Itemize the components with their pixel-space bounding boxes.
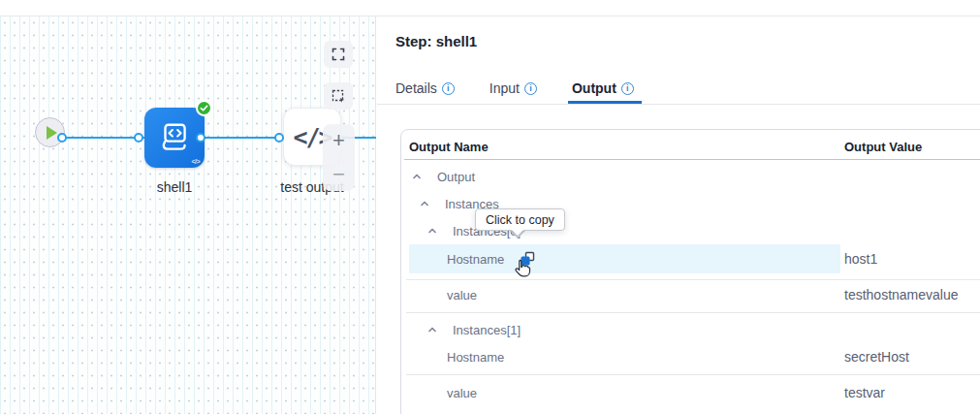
tooltip-text: Click to copy	[486, 213, 554, 227]
port-trigger-out[interactable]	[57, 133, 67, 143]
success-check-icon	[196, 100, 212, 116]
tab-bar: Details i Input i Output i	[392, 76, 642, 104]
port-shell1-in[interactable]	[134, 133, 143, 143]
info-icon[interactable]: i	[442, 82, 455, 95]
table-row-value-0[interactable]: value testhostnamevalue	[401, 281, 980, 308]
code-mini-icon: </>	[191, 158, 200, 165]
table-row-hostname-0[interactable]: Hostname host1	[401, 245, 980, 272]
top-strip	[0, 0, 980, 16]
fullscreen-icon	[332, 48, 345, 61]
cursor-icon	[512, 258, 533, 283]
page-title: Step: shell1	[395, 33, 477, 49]
info-icon[interactable]: i	[524, 82, 537, 95]
tab-details[interactable]: Details i	[392, 80, 462, 104]
output-table: Output Name Output Value Output Instance…	[400, 129, 980, 414]
tab-bar-divider	[377, 104, 980, 105]
chevron-up-icon[interactable]	[420, 199, 429, 208]
column-header-output-name: Output Name	[409, 140, 489, 154]
step-detail-panel: Step: shell1 Details i Input i Output i …	[377, 16, 980, 414]
chevron-up-icon[interactable]	[427, 226, 437, 236]
tab-output[interactable]: Output i	[568, 80, 642, 104]
zoom-in-button[interactable]: +	[323, 128, 355, 153]
fullscreen-button[interactable]	[324, 41, 353, 68]
output-value: testhostnamevalue	[844, 287, 959, 303]
row-divider	[406, 279, 980, 280]
output-value: secretHost	[844, 349, 909, 365]
zoom-controls: + −	[323, 124, 355, 191]
marquee-select-button[interactable]	[324, 82, 353, 110]
row-divider	[406, 312, 980, 313]
port-shell1-out[interactable]	[196, 133, 205, 143]
header-divider	[404, 159, 980, 160]
chevron-up-icon[interactable]	[427, 325, 437, 334]
tree-row-instances-1[interactable]: Instances[1]	[401, 316, 980, 343]
table-row-value-1[interactable]: value testvar	[401, 379, 980, 406]
marquee-icon	[332, 89, 345, 103]
port-test-output-in[interactable]	[274, 133, 284, 143]
workflow-canvas[interactable]: </> shell1 </> test output + −	[0, 16, 376, 414]
table-row-hostname-1[interactable]: Hostname secretHost	[401, 343, 980, 370]
output-value: testvar	[844, 385, 885, 400]
tree-row-output[interactable]: Output	[401, 163, 980, 190]
play-icon	[47, 126, 57, 140]
tooltip-arrow	[510, 228, 525, 236]
column-header-output-value: Output Value	[844, 140, 922, 154]
row-divider	[406, 374, 980, 375]
info-icon[interactable]: i	[621, 82, 634, 95]
chevron-up-icon[interactable]	[412, 172, 422, 181]
output-value: host1	[844, 251, 877, 267]
zoom-out-button[interactable]: −	[323, 162, 355, 187]
tab-input[interactable]: Input i	[486, 80, 545, 104]
shell-script-icon	[157, 120, 192, 155]
node-label-shell1: shell1	[144, 179, 205, 195]
